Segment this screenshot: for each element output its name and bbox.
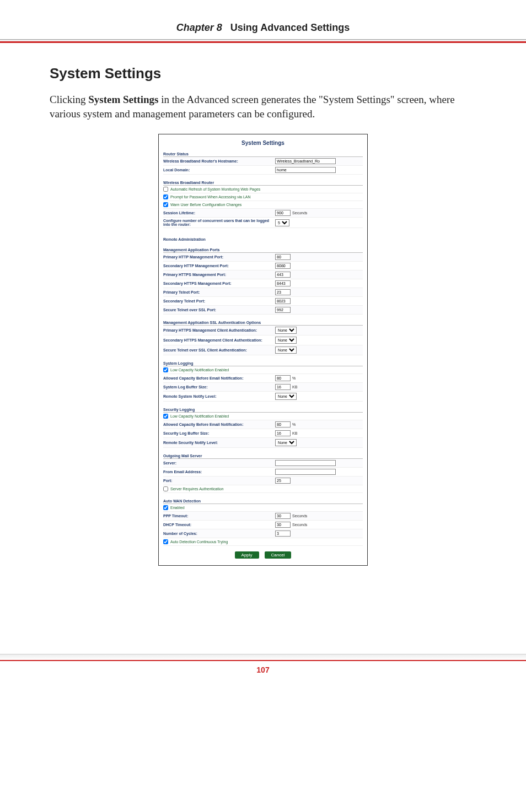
- header-divider: [0, 39, 526, 40]
- remote-admin-header: Remote Administration: [163, 236, 363, 242]
- mail-auth-checkbox[interactable]: [163, 486, 168, 491]
- prompt-password-label: Prompt for Password When Accessing via L…: [170, 195, 251, 199]
- secondary-http-input[interactable]: [275, 263, 291, 269]
- mgmt-ports-header: Management Application Ports: [163, 246, 363, 253]
- sec-buffer-input[interactable]: [275, 430, 291, 436]
- sec-log-header: Security Logging: [163, 406, 363, 413]
- secondary-https-client-select[interactable]: None: [275, 337, 297, 344]
- sec-remote-select[interactable]: None: [275, 439, 297, 446]
- mail-from-input[interactable]: [275, 469, 336, 475]
- ppp-timeout-label: PPP Timeout:: [163, 514, 275, 518]
- chapter-name: Using Advanced Settings: [230, 22, 350, 33]
- primary-https-client-select[interactable]: None: [275, 327, 297, 334]
- sec-remote-label: Remote Security Notify Level:: [163, 441, 275, 445]
- sec-allowed-cap-input[interactable]: [275, 421, 291, 427]
- section-heading: System Settings: [50, 65, 476, 82]
- primary-http-input[interactable]: [275, 254, 291, 260]
- hostname-label: Wireless Broadband Router's Hostname:: [163, 159, 275, 163]
- prompt-password-checkbox[interactable]: [163, 194, 168, 199]
- page-number: 107: [0, 665, 526, 691]
- hostname-input[interactable]: [275, 158, 336, 164]
- warn-user-label: Warn User Before Configuration Changes: [170, 203, 241, 207]
- sec-lowcap-checkbox[interactable]: [163, 414, 168, 419]
- mail-header: Outgoing Mail Server: [163, 452, 363, 459]
- sys-remote-label: Remote System Notify Level:: [163, 394, 275, 398]
- mail-server-label: Server:: [163, 461, 275, 465]
- local-domain-input[interactable]: [275, 167, 336, 173]
- secure-telnet-ssl-label: Secure Telnet over SSL Port:: [163, 308, 275, 312]
- primary-https-client-label: Primary HTTPS Management Client Authenti…: [163, 328, 275, 332]
- secondary-telnet-input[interactable]: [275, 298, 291, 304]
- continuous-trying-label: Auto Detection Continuous Trying: [170, 540, 228, 544]
- primary-telnet-input[interactable]: [275, 289, 291, 295]
- sec-buffer-unit: KB: [292, 431, 297, 435]
- sys-log-header: System Logging: [163, 360, 363, 366]
- sec-buffer-label: Security Log Buffer Size:: [163, 431, 275, 435]
- dhcp-timeout-unit: Seconds: [292, 523, 307, 527]
- footer-divider: [0, 654, 526, 661]
- ppp-timeout-input[interactable]: [275, 513, 291, 519]
- sec-allowed-cap-unit: %: [292, 423, 296, 426]
- sys-remote-select[interactable]: None: [275, 393, 297, 400]
- warn-user-checkbox[interactable]: [163, 202, 168, 207]
- concurrent-users-select[interactable]: 5: [275, 219, 289, 226]
- sys-lowcap-label: Low Capacity Notification Enabled: [170, 368, 229, 372]
- secondary-https-client-label: Secondary HTTPS Management Client Authen…: [163, 338, 275, 342]
- sys-allowed-cap-input[interactable]: [275, 375, 291, 381]
- primary-telnet-label: Primary Telnet Port:: [163, 290, 275, 294]
- wbr-header: Wireless Broadband Router: [163, 179, 363, 186]
- primary-https-label: Primary HTTPS Management Port:: [163, 273, 275, 277]
- panel-title: System Settings: [163, 140, 363, 146]
- sys-allowed-cap-label: Allowed Capacity Before Email Notificati…: [163, 376, 275, 380]
- mail-port-input[interactable]: [275, 478, 291, 484]
- sys-buffer-input[interactable]: [275, 384, 291, 390]
- continuous-trying-checkbox[interactable]: [163, 539, 168, 544]
- primary-http-label: Primary HTTP Management Port:: [163, 255, 275, 259]
- wan-enabled-checkbox[interactable]: [163, 505, 168, 510]
- router-status-header: Router Status: [163, 150, 363, 157]
- sec-allowed-cap-label: Allowed Capacity Before Email Notificati…: [163, 423, 275, 426]
- auto-refresh-label: Automatic Refresh of System Monitoring W…: [170, 187, 260, 191]
- sys-lowcap-checkbox[interactable]: [163, 367, 168, 372]
- ssl-auth-header: Management Application SSL Authenticatio…: [163, 319, 363, 326]
- chapter-number: Chapter 8: [176, 22, 222, 33]
- settings-panel: System Settings Router Status Wireless B…: [158, 134, 368, 566]
- session-lifetime-input[interactable]: [275, 210, 291, 216]
- apply-button[interactable]: Apply: [235, 551, 259, 559]
- wan-enabled-label: Enabled: [170, 506, 185, 510]
- secondary-telnet-label: Secondary Telnet Port:: [163, 299, 275, 303]
- secure-telnet-client-label: Secure Telnet over SSL Client Authentica…: [163, 348, 275, 352]
- mail-from-label: From Email Address:: [163, 470, 275, 474]
- concurrent-users-label: Configure number of concurrent users tha…: [163, 219, 275, 226]
- mail-port-label: Port:: [163, 479, 275, 483]
- dhcp-timeout-label: DHCP Timeout:: [163, 523, 275, 527]
- mail-server-input[interactable]: [275, 460, 336, 466]
- local-domain-label: Local Domain:: [163, 168, 275, 172]
- cancel-button[interactable]: Cancel: [265, 551, 292, 559]
- secondary-https-label: Secondary HTTPS Management Port:: [163, 282, 275, 285]
- dhcp-timeout-input[interactable]: [275, 522, 291, 528]
- secure-telnet-client-select[interactable]: None: [275, 347, 297, 354]
- sys-allowed-cap-unit: %: [292, 376, 296, 380]
- session-lifetime-unit: Seconds: [292, 211, 307, 215]
- auto-refresh-checkbox[interactable]: [163, 187, 168, 192]
- body-paragraph: Clicking System Settings in the Advanced…: [50, 93, 476, 121]
- ppp-timeout-unit: Seconds: [292, 514, 307, 518]
- cycles-label: Number of Cycles:: [163, 532, 275, 535]
- secure-telnet-ssl-input[interactable]: [275, 307, 291, 313]
- wan-header: Auto WAN Detection: [163, 497, 363, 504]
- primary-https-input[interactable]: [275, 272, 291, 278]
- mail-auth-label: Server Requires Authentication: [170, 487, 224, 491]
- sys-buffer-label: System Log Buffer Size:: [163, 385, 275, 389]
- cycles-input[interactable]: [275, 530, 291, 537]
- chapter-header: Chapter 8 Using Advanced Settings: [0, 0, 526, 43]
- secondary-http-label: Secondary HTTP Management Port:: [163, 264, 275, 268]
- sys-buffer-unit: KB: [292, 385, 297, 389]
- secondary-https-input[interactable]: [275, 280, 291, 286]
- sec-lowcap-label: Low Capacity Notification Enabled: [170, 414, 229, 418]
- session-lifetime-label: Session Lifetime:: [163, 211, 275, 215]
